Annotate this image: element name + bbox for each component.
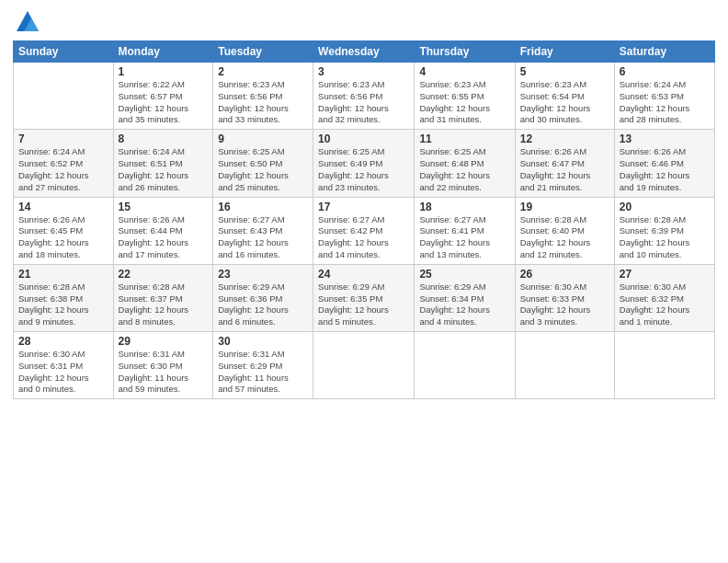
day-number: 3: [318, 65, 409, 78]
day-number: 15: [119, 201, 209, 213]
calendar-cell: 17Sunrise: 6:27 AM Sunset: 6:42 PM Dayli…: [313, 197, 415, 264]
day-number: 6: [620, 65, 710, 78]
calendar-header-friday: Friday: [515, 41, 614, 63]
day-info: Sunrise: 6:23 AM Sunset: 6:56 PM Dayligh…: [318, 79, 409, 126]
calendar-cell: 3Sunrise: 6:23 AM Sunset: 6:56 PM Daylig…: [313, 63, 415, 130]
day-info: Sunrise: 6:23 AM Sunset: 6:55 PM Dayligh…: [419, 79, 509, 126]
day-info: Sunrise: 6:26 AM Sunset: 6:44 PM Dayligh…: [119, 214, 209, 261]
calendar-cell: 29Sunrise: 6:31 AM Sunset: 6:30 PM Dayli…: [113, 332, 213, 399]
calendar-cell: 30Sunrise: 6:31 AM Sunset: 6:29 PM Dayli…: [213, 332, 313, 399]
calendar-cell: [515, 332, 614, 399]
day-number: 25: [419, 268, 509, 281]
calendar-header-row: SundayMondayTuesdayWednesdayThursdayFrid…: [14, 41, 715, 63]
calendar-week-0: 1Sunrise: 6:22 AM Sunset: 6:57 PM Daylig…: [14, 63, 715, 130]
calendar-header-monday: Monday: [113, 41, 213, 63]
calendar-table: SundayMondayTuesdayWednesdayThursdayFrid…: [13, 40, 715, 399]
calendar-cell: 16Sunrise: 6:27 AM Sunset: 6:43 PM Dayli…: [213, 197, 313, 264]
day-number: 30: [218, 335, 308, 348]
calendar-week-3: 21Sunrise: 6:28 AM Sunset: 6:38 PM Dayli…: [14, 264, 715, 331]
calendar-cell: 25Sunrise: 6:29 AM Sunset: 6:34 PM Dayli…: [415, 264, 515, 331]
day-info: Sunrise: 6:27 AM Sunset: 6:41 PM Dayligh…: [419, 214, 509, 261]
calendar-cell: 15Sunrise: 6:26 AM Sunset: 6:44 PM Dayli…: [113, 197, 213, 264]
calendar-cell: 18Sunrise: 6:27 AM Sunset: 6:41 PM Dayli…: [415, 197, 515, 264]
day-info: Sunrise: 6:22 AM Sunset: 6:57 PM Dayligh…: [119, 79, 209, 126]
calendar-cell: [14, 63, 114, 130]
day-number: 19: [520, 201, 609, 213]
day-info: Sunrise: 6:24 AM Sunset: 6:51 PM Dayligh…: [119, 146, 209, 193]
calendar-cell: 19Sunrise: 6:28 AM Sunset: 6:40 PM Dayli…: [515, 197, 614, 264]
day-number: 17: [318, 201, 409, 213]
calendar-cell: 1Sunrise: 6:22 AM Sunset: 6:57 PM Daylig…: [113, 63, 213, 130]
calendar-cell: 11Sunrise: 6:25 AM Sunset: 6:48 PM Dayli…: [415, 130, 515, 197]
day-number: 28: [18, 335, 108, 348]
calendar-cell: 20Sunrise: 6:28 AM Sunset: 6:39 PM Dayli…: [614, 197, 714, 264]
day-info: Sunrise: 6:27 AM Sunset: 6:42 PM Dayligh…: [318, 214, 409, 261]
calendar-cell: 26Sunrise: 6:30 AM Sunset: 6:33 PM Dayli…: [515, 264, 614, 331]
day-number: 16: [218, 201, 308, 213]
day-number: 23: [218, 268, 308, 281]
calendar-cell: 24Sunrise: 6:29 AM Sunset: 6:35 PM Dayli…: [313, 264, 415, 331]
calendar-cell: 13Sunrise: 6:26 AM Sunset: 6:46 PM Dayli…: [614, 130, 714, 197]
day-info: Sunrise: 6:28 AM Sunset: 6:39 PM Dayligh…: [620, 214, 710, 261]
day-number: 27: [620, 268, 710, 281]
day-info: Sunrise: 6:30 AM Sunset: 6:32 PM Dayligh…: [620, 282, 710, 328]
day-number: 14: [18, 201, 108, 213]
day-info: Sunrise: 6:25 AM Sunset: 6:48 PM Dayligh…: [419, 146, 509, 193]
day-info: Sunrise: 6:28 AM Sunset: 6:38 PM Dayligh…: [18, 282, 108, 328]
calendar-cell: 14Sunrise: 6:26 AM Sunset: 6:45 PM Dayli…: [14, 197, 114, 264]
day-info: Sunrise: 6:25 AM Sunset: 6:50 PM Dayligh…: [218, 146, 308, 193]
day-number: 1: [119, 65, 209, 78]
day-number: 10: [318, 132, 409, 145]
day-number: 22: [119, 268, 209, 281]
calendar-week-4: 28Sunrise: 6:30 AM Sunset: 6:31 PM Dayli…: [14, 332, 715, 399]
day-number: 20: [620, 201, 710, 213]
day-info: Sunrise: 6:23 AM Sunset: 6:56 PM Dayligh…: [218, 79, 308, 126]
day-info: Sunrise: 6:26 AM Sunset: 6:45 PM Dayligh…: [18, 214, 108, 261]
calendar-cell: 27Sunrise: 6:30 AM Sunset: 6:32 PM Dayli…: [614, 264, 714, 331]
day-info: Sunrise: 6:30 AM Sunset: 6:31 PM Dayligh…: [18, 349, 108, 396]
day-number: 26: [520, 268, 609, 281]
day-number: 11: [419, 132, 509, 145]
calendar-cell: 28Sunrise: 6:30 AM Sunset: 6:31 PM Dayli…: [14, 332, 114, 399]
calendar-cell: 23Sunrise: 6:29 AM Sunset: 6:36 PM Dayli…: [213, 264, 313, 331]
logo-icon: [15, 9, 40, 35]
day-number: 7: [18, 132, 108, 145]
calendar-cell: 6Sunrise: 6:24 AM Sunset: 6:53 PM Daylig…: [614, 63, 714, 130]
calendar-cell: 8Sunrise: 6:24 AM Sunset: 6:51 PM Daylig…: [113, 130, 213, 197]
calendar-week-1: 7Sunrise: 6:24 AM Sunset: 6:52 PM Daylig…: [14, 130, 715, 197]
day-info: Sunrise: 6:24 AM Sunset: 6:53 PM Dayligh…: [620, 79, 710, 126]
header: [13, 9, 715, 35]
calendar-header-wednesday: Wednesday: [313, 41, 415, 63]
day-info: Sunrise: 6:24 AM Sunset: 6:52 PM Dayligh…: [18, 146, 108, 193]
day-info: Sunrise: 6:31 AM Sunset: 6:29 PM Dayligh…: [218, 349, 308, 396]
calendar-week-2: 14Sunrise: 6:26 AM Sunset: 6:45 PM Dayli…: [14, 197, 715, 264]
day-number: 12: [520, 132, 609, 145]
calendar-cell: 7Sunrise: 6:24 AM Sunset: 6:52 PM Daylig…: [14, 130, 114, 197]
day-number: 18: [419, 201, 509, 213]
calendar-header-thursday: Thursday: [415, 41, 515, 63]
day-info: Sunrise: 6:28 AM Sunset: 6:37 PM Dayligh…: [119, 282, 209, 328]
day-info: Sunrise: 6:29 AM Sunset: 6:34 PM Dayligh…: [419, 282, 509, 328]
calendar-cell: 10Sunrise: 6:25 AM Sunset: 6:49 PM Dayli…: [313, 130, 415, 197]
calendar-cell: 12Sunrise: 6:26 AM Sunset: 6:47 PM Dayli…: [515, 130, 614, 197]
calendar-cell: 9Sunrise: 6:25 AM Sunset: 6:50 PM Daylig…: [213, 130, 313, 197]
day-number: 4: [419, 65, 509, 78]
calendar-cell: [313, 332, 415, 399]
logo: [13, 9, 40, 35]
day-number: 21: [18, 268, 108, 281]
day-info: Sunrise: 6:31 AM Sunset: 6:30 PM Dayligh…: [119, 349, 209, 396]
calendar-cell: 2Sunrise: 6:23 AM Sunset: 6:56 PM Daylig…: [213, 63, 313, 130]
day-number: 24: [318, 268, 409, 281]
page: SundayMondayTuesdayWednesdayThursdayFrid…: [0, 0, 728, 563]
day-info: Sunrise: 6:26 AM Sunset: 6:47 PM Dayligh…: [520, 146, 609, 193]
calendar-cell: [415, 332, 515, 399]
day-info: Sunrise: 6:25 AM Sunset: 6:49 PM Dayligh…: [318, 146, 409, 193]
calendar-cell: 5Sunrise: 6:23 AM Sunset: 6:54 PM Daylig…: [515, 63, 614, 130]
day-number: 9: [218, 132, 308, 145]
calendar-cell: 4Sunrise: 6:23 AM Sunset: 6:55 PM Daylig…: [415, 63, 515, 130]
day-info: Sunrise: 6:27 AM Sunset: 6:43 PM Dayligh…: [218, 214, 308, 261]
day-number: 2: [218, 65, 308, 78]
calendar-header-tuesday: Tuesday: [213, 41, 313, 63]
calendar-cell: 22Sunrise: 6:28 AM Sunset: 6:37 PM Dayli…: [113, 264, 213, 331]
day-info: Sunrise: 6:29 AM Sunset: 6:35 PM Dayligh…: [318, 282, 409, 328]
